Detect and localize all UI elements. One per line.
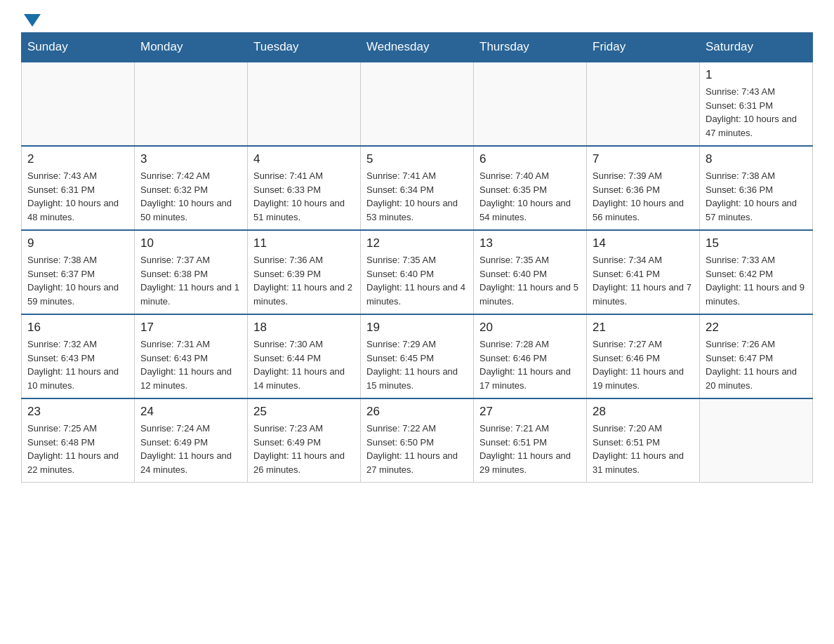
day-number: 17 [140, 321, 241, 335]
day-info: Sunrise: 7:34 AM Sunset: 6:41 PM Dayligh… [593, 253, 694, 308]
calendar-day-cell: 3Sunrise: 7:42 AM Sunset: 6:32 PM Daylig… [135, 146, 248, 230]
calendar-day-cell: 2Sunrise: 7:43 AM Sunset: 6:31 PM Daylig… [22, 146, 135, 230]
day-number: 9 [27, 236, 128, 250]
day-of-week-header: Wednesday [361, 33, 474, 62]
day-info: Sunrise: 7:33 AM Sunset: 6:42 PM Dayligh… [706, 253, 807, 308]
calendar-week-row: 9Sunrise: 7:38 AM Sunset: 6:37 PM Daylig… [22, 230, 813, 314]
day-info: Sunrise: 7:29 AM Sunset: 6:45 PM Dayligh… [366, 337, 468, 392]
calendar-day-cell: 13Sunrise: 7:35 AM Sunset: 6:40 PM Dayli… [474, 230, 587, 314]
calendar-header-row: SundayMondayTuesdayWednesdayThursdayFrid… [22, 33, 813, 62]
calendar-table: SundayMondayTuesdayWednesdayThursdayFrid… [21, 32, 813, 483]
day-info: Sunrise: 7:43 AM Sunset: 6:31 PM Dayligh… [27, 169, 128, 224]
day-info: Sunrise: 7:26 AM Sunset: 6:47 PM Dayligh… [706, 337, 807, 392]
day-number: 20 [479, 321, 581, 335]
day-info: Sunrise: 7:30 AM Sunset: 6:44 PM Dayligh… [253, 337, 355, 392]
calendar-day-cell: 10Sunrise: 7:37 AM Sunset: 6:38 PM Dayli… [135, 230, 248, 314]
calendar-day-cell: 7Sunrise: 7:39 AM Sunset: 6:36 PM Daylig… [587, 146, 700, 230]
day-number: 26 [366, 405, 468, 419]
day-of-week-header: Thursday [474, 33, 587, 62]
day-number: 1 [706, 68, 807, 82]
day-number: 14 [593, 236, 694, 250]
calendar-day-cell: 19Sunrise: 7:29 AM Sunset: 6:45 PM Dayli… [361, 314, 474, 398]
day-number: 5 [366, 152, 468, 166]
day-number: 21 [593, 321, 694, 335]
day-info: Sunrise: 7:41 AM Sunset: 6:34 PM Dayligh… [366, 169, 468, 224]
day-number: 12 [366, 236, 468, 250]
calendar-day-cell: 9Sunrise: 7:38 AM Sunset: 6:37 PM Daylig… [22, 230, 135, 314]
day-number: 19 [366, 321, 468, 335]
day-number: 11 [253, 236, 355, 250]
day-info: Sunrise: 7:39 AM Sunset: 6:36 PM Dayligh… [593, 169, 694, 224]
calendar-day-cell: 11Sunrise: 7:36 AM Sunset: 6:39 PM Dayli… [248, 230, 361, 314]
calendar-day-cell: 16Sunrise: 7:32 AM Sunset: 6:43 PM Dayli… [22, 314, 135, 398]
calendar-day-cell: 21Sunrise: 7:27 AM Sunset: 6:46 PM Dayli… [587, 314, 700, 398]
day-info: Sunrise: 7:40 AM Sunset: 6:35 PM Dayligh… [479, 169, 581, 224]
calendar-day-cell [361, 62, 474, 146]
calendar-day-cell: 28Sunrise: 7:20 AM Sunset: 6:51 PM Dayli… [587, 398, 700, 483]
day-number: 3 [140, 152, 241, 166]
day-of-week-header: Friday [587, 33, 700, 62]
day-info: Sunrise: 7:25 AM Sunset: 6:48 PM Dayligh… [27, 422, 128, 476]
day-info: Sunrise: 7:42 AM Sunset: 6:32 PM Dayligh… [140, 169, 241, 224]
calendar-week-row: 16Sunrise: 7:32 AM Sunset: 6:43 PM Dayli… [22, 314, 813, 398]
calendar-day-cell [474, 62, 587, 146]
calendar-week-row: 2Sunrise: 7:43 AM Sunset: 6:31 PM Daylig… [22, 146, 813, 230]
day-number: 27 [479, 405, 581, 419]
calendar-day-cell: 26Sunrise: 7:22 AM Sunset: 6:50 PM Dayli… [361, 398, 474, 483]
day-number: 28 [593, 405, 694, 419]
day-number: 13 [479, 236, 581, 250]
calendar-day-cell: 6Sunrise: 7:40 AM Sunset: 6:35 PM Daylig… [474, 146, 587, 230]
day-info: Sunrise: 7:37 AM Sunset: 6:38 PM Dayligh… [140, 253, 241, 308]
calendar-day-cell: 17Sunrise: 7:31 AM Sunset: 6:43 PM Dayli… [135, 314, 248, 398]
day-number: 4 [253, 152, 355, 166]
day-info: Sunrise: 7:23 AM Sunset: 6:49 PM Dayligh… [253, 422, 355, 476]
day-number: 10 [140, 236, 241, 250]
calendar-day-cell: 12Sunrise: 7:35 AM Sunset: 6:40 PM Dayli… [361, 230, 474, 314]
calendar-day-cell: 18Sunrise: 7:30 AM Sunset: 6:44 PM Dayli… [248, 314, 361, 398]
day-info: Sunrise: 7:21 AM Sunset: 6:51 PM Dayligh… [479, 422, 581, 476]
calendar-day-cell: 20Sunrise: 7:28 AM Sunset: 6:46 PM Dayli… [474, 314, 587, 398]
day-info: Sunrise: 7:27 AM Sunset: 6:46 PM Dayligh… [593, 337, 694, 392]
calendar-day-cell [248, 62, 361, 146]
day-number: 8 [706, 152, 807, 166]
day-info: Sunrise: 7:28 AM Sunset: 6:46 PM Dayligh… [479, 337, 581, 392]
calendar-day-cell: 23Sunrise: 7:25 AM Sunset: 6:48 PM Dayli… [22, 398, 135, 483]
calendar-day-cell [587, 62, 700, 146]
calendar-week-row: 23Sunrise: 7:25 AM Sunset: 6:48 PM Dayli… [22, 398, 813, 483]
day-number: 2 [27, 152, 128, 166]
day-number: 6 [479, 152, 581, 166]
logo [21, 14, 41, 25]
day-info: Sunrise: 7:38 AM Sunset: 6:36 PM Dayligh… [706, 169, 807, 224]
day-number: 24 [140, 405, 241, 419]
calendar-day-cell: 4Sunrise: 7:41 AM Sunset: 6:33 PM Daylig… [248, 146, 361, 230]
calendar-day-cell: 25Sunrise: 7:23 AM Sunset: 6:49 PM Dayli… [248, 398, 361, 483]
calendar-day-cell: 15Sunrise: 7:33 AM Sunset: 6:42 PM Dayli… [700, 230, 813, 314]
page-header [21, 14, 813, 25]
logo-arrow-icon [24, 14, 41, 27]
day-number: 18 [253, 321, 355, 335]
calendar-week-row: 1Sunrise: 7:43 AM Sunset: 6:31 PM Daylig… [22, 62, 813, 146]
day-number: 7 [593, 152, 694, 166]
calendar-day-cell: 22Sunrise: 7:26 AM Sunset: 6:47 PM Dayli… [700, 314, 813, 398]
calendar-day-cell: 27Sunrise: 7:21 AM Sunset: 6:51 PM Dayli… [474, 398, 587, 483]
day-info: Sunrise: 7:38 AM Sunset: 6:37 PM Dayligh… [27, 253, 128, 308]
calendar-day-cell: 1Sunrise: 7:43 AM Sunset: 6:31 PM Daylig… [700, 62, 813, 146]
day-info: Sunrise: 7:32 AM Sunset: 6:43 PM Dayligh… [27, 337, 128, 392]
day-info: Sunrise: 7:36 AM Sunset: 6:39 PM Dayligh… [253, 253, 355, 308]
calendar-day-cell: 14Sunrise: 7:34 AM Sunset: 6:41 PM Dayli… [587, 230, 700, 314]
day-number: 25 [253, 405, 355, 419]
calendar-day-cell [22, 62, 135, 146]
day-info: Sunrise: 7:22 AM Sunset: 6:50 PM Dayligh… [366, 422, 468, 476]
day-info: Sunrise: 7:35 AM Sunset: 6:40 PM Dayligh… [366, 253, 468, 308]
day-info: Sunrise: 7:43 AM Sunset: 6:31 PM Dayligh… [706, 85, 807, 140]
calendar-day-cell: 24Sunrise: 7:24 AM Sunset: 6:49 PM Dayli… [135, 398, 248, 483]
day-number: 16 [27, 321, 128, 335]
day-of-week-header: Monday [135, 33, 248, 62]
day-info: Sunrise: 7:20 AM Sunset: 6:51 PM Dayligh… [593, 422, 694, 476]
calendar-day-cell: 5Sunrise: 7:41 AM Sunset: 6:34 PM Daylig… [361, 146, 474, 230]
day-info: Sunrise: 7:31 AM Sunset: 6:43 PM Dayligh… [140, 337, 241, 392]
day-info: Sunrise: 7:35 AM Sunset: 6:40 PM Dayligh… [479, 253, 581, 308]
day-of-week-header: Tuesday [248, 33, 361, 62]
calendar-day-cell: 8Sunrise: 7:38 AM Sunset: 6:36 PM Daylig… [700, 146, 813, 230]
day-number: 22 [706, 321, 807, 335]
